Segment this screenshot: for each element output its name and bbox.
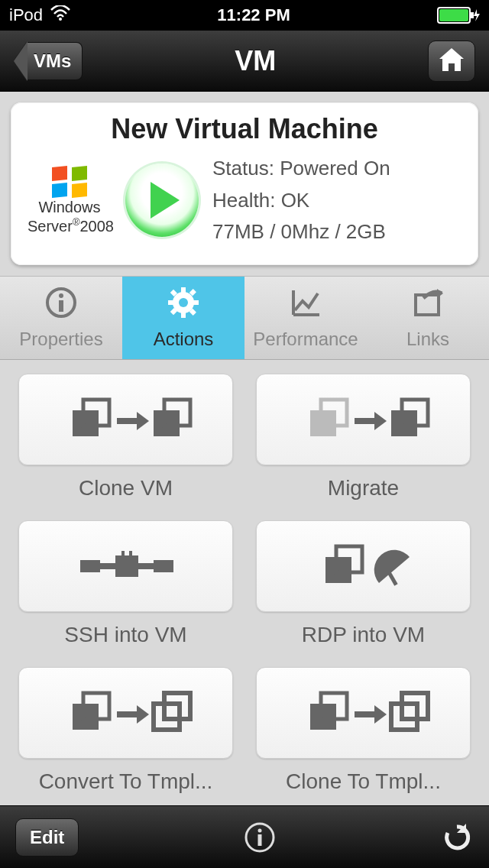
clone-template-icon — [295, 681, 432, 745]
back-button[interactable]: VMs — [14, 41, 83, 81]
vm-name: New Virtual Machine — [28, 113, 461, 145]
svg-rect-40 — [310, 704, 336, 730]
status-label: Status: — [212, 157, 274, 180]
os-line2a: Server — [28, 217, 73, 234]
windows-icon — [52, 167, 87, 197]
svg-rect-28 — [115, 555, 138, 577]
clone-icon — [57, 387, 195, 452]
svg-rect-6 — [59, 300, 63, 312]
health-label: Health: — [212, 189, 275, 212]
os-line1: Windows — [28, 199, 112, 216]
nav-bar: VMs VM — [0, 31, 489, 92]
action-label: SSH into VM — [18, 623, 233, 647]
share-icon — [411, 286, 445, 324]
device-label: iPod — [9, 5, 43, 25]
status-value: Powered On — [280, 157, 390, 180]
action-clone-template[interactable]: Clone To Tmpl... — [256, 667, 471, 803]
svg-rect-10 — [168, 300, 174, 305]
svg-rect-29 — [138, 563, 154, 569]
svg-rect-20 — [154, 410, 180, 436]
svg-rect-35 — [387, 572, 397, 585]
action-label: Migrate — [256, 476, 471, 500]
clock: 11:22 PM — [217, 5, 290, 25]
svg-rect-32 — [129, 551, 132, 559]
gear-icon — [167, 286, 200, 324]
action-ssh[interactable]: SSH into VM — [18, 520, 233, 656]
svg-point-0 — [59, 18, 62, 21]
svg-rect-31 — [121, 551, 125, 559]
play-icon — [151, 182, 180, 219]
svg-rect-27 — [100, 563, 115, 569]
rdp-icon — [295, 534, 432, 598]
edit-button[interactable]: Edit — [15, 818, 79, 857]
migrate-icon — [295, 387, 432, 452]
svg-rect-18 — [73, 410, 99, 436]
svg-rect-2 — [439, 9, 468, 21]
wifi-icon — [50, 5, 70, 25]
battery-icon — [437, 6, 480, 24]
action-clone-vm[interactable]: Clone VM — [18, 374, 233, 510]
svg-rect-24 — [391, 410, 417, 436]
tab-actions[interactable]: Actions — [122, 277, 244, 359]
svg-rect-9 — [181, 312, 186, 318]
tab-label: Actions — [154, 329, 214, 350]
action-label: Clone To Tmpl... — [256, 769, 471, 794]
tab-label: Links — [406, 329, 449, 350]
svg-point-16 — [179, 298, 188, 307]
action-label: Clone VM — [18, 476, 233, 500]
svg-rect-22 — [310, 410, 336, 436]
svg-rect-36 — [73, 704, 99, 730]
convert-template-icon — [57, 681, 195, 745]
action-rdp[interactable]: RDP into VM — [256, 520, 471, 656]
svg-rect-46 — [257, 834, 261, 846]
svg-rect-17 — [416, 295, 439, 315]
os-line2b: 2008 — [80, 217, 115, 234]
resource-usage: 77MB / 0Mhz / 2GB — [212, 216, 390, 248]
svg-rect-11 — [193, 300, 199, 305]
vm-status-block: Status: Powered On Health: OK 77MB / 0Mh… — [212, 153, 390, 248]
info-icon — [44, 286, 78, 324]
chart-icon — [289, 286, 322, 324]
vm-summary-card: New Virtual Machine Windows Server®2008 … — [11, 102, 478, 265]
tab-performance[interactable]: Performance — [244, 277, 367, 359]
tab-properties[interactable]: Properties — [0, 277, 122, 359]
tab-label: Properties — [19, 329, 102, 350]
action-convert-template[interactable]: Convert To Tmpl... — [18, 667, 233, 803]
action-migrate[interactable]: Migrate — [256, 374, 471, 510]
svg-rect-3 — [471, 12, 474, 18]
actions-grid: Clone VM Migrate SSH into VM RDP into VM… — [0, 360, 489, 803]
tab-bar: Properties Actions Performance Links — [0, 276, 489, 360]
health-value: OK — [281, 189, 310, 212]
refresh-icon — [440, 821, 474, 854]
refresh-button[interactable] — [440, 821, 474, 854]
os-logo: Windows Server®2008 — [28, 167, 112, 235]
power-button[interactable] — [125, 164, 199, 237]
ssh-icon — [57, 534, 195, 598]
svg-point-5 — [59, 293, 63, 298]
tab-label: Performance — [253, 329, 358, 350]
page-title: VM — [235, 45, 276, 77]
svg-point-45 — [257, 828, 261, 832]
status-bar: iPod 11:22 PM — [0, 0, 489, 31]
info-icon — [243, 821, 277, 854]
edit-button-label: Edit — [30, 827, 64, 847]
home-button[interactable] — [428, 40, 475, 82]
back-button-label: VMs — [28, 42, 83, 80]
action-label: RDP into VM — [256, 623, 471, 647]
svg-rect-8 — [181, 287, 186, 293]
action-label: Convert To Tmpl... — [18, 769, 233, 794]
tab-links[interactable]: Links — [367, 277, 489, 359]
home-icon — [438, 47, 465, 76]
info-button[interactable] — [243, 821, 277, 854]
svg-rect-30 — [154, 560, 173, 572]
svg-rect-33 — [325, 557, 351, 583]
svg-rect-26 — [80, 560, 100, 572]
bottom-toolbar: Edit — [0, 805, 489, 868]
chevron-left-icon — [14, 41, 28, 81]
